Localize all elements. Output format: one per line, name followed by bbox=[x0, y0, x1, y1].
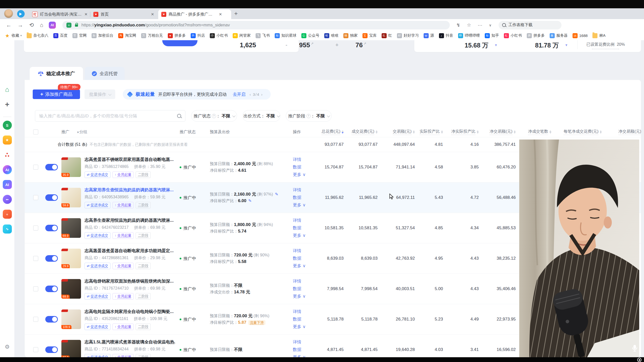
op-link-详情[interactable]: 详情 bbox=[293, 217, 318, 224]
tag-purple[interactable]: ↑全局起量 bbox=[112, 293, 134, 300]
op-link-更多[interactable]: 更多 ∨ bbox=[293, 232, 318, 239]
sort-triangle-icon[interactable]: ▼ bbox=[494, 43, 498, 47]
extension-shield-icon[interactable]: + bbox=[66, 23, 71, 28]
op-link-详情[interactable]: 详情 bbox=[293, 247, 318, 255]
op-link-更多[interactable]: 更多 ∨ bbox=[293, 293, 318, 300]
tag-gray[interactable]: 二阶段 bbox=[136, 232, 151, 239]
close-tab-icon[interactable]: ✕ bbox=[219, 12, 222, 17]
ai-assistant-icon[interactable]: AI bbox=[49, 22, 56, 29]
bookmark-item[interactable]: 知知识星球 bbox=[275, 33, 297, 38]
header-metric[interactable]: 总花费(元) bbox=[321, 129, 346, 135]
product-title[interactable]: 志高养生壶家用恒温泡奶温奶调奶器蒸汽喷淋... bbox=[85, 217, 174, 223]
tag-blue[interactable]: ⇄促进净成交 bbox=[85, 202, 110, 208]
browser-tab-2[interactable]: ♥ 首页 ✕ bbox=[90, 10, 158, 19]
tag-gray[interactable]: 二阶段 bbox=[136, 293, 151, 300]
promo-toggle[interactable] bbox=[45, 255, 58, 262]
row-checkbox[interactable] bbox=[33, 165, 38, 170]
group-filter[interactable]: ▼分组 bbox=[76, 130, 87, 134]
product-image[interactable]: 69.9 bbox=[61, 340, 81, 357]
wechat-icon[interactable]: S bbox=[3, 121, 12, 130]
home-icon[interactable]: ⌂ bbox=[3, 85, 12, 94]
bookmark-item[interactable]: 服服务器 bbox=[550, 33, 568, 38]
bookmark-item[interactable]: 红小红书 bbox=[504, 33, 522, 38]
op-link-详情[interactable]: 详情 bbox=[293, 338, 318, 346]
clip-icon[interactable]: ∿ bbox=[3, 224, 12, 234]
op-link-数据[interactable]: 数据 bbox=[293, 255, 318, 262]
tag-blue[interactable]: ⇄促进净成交 bbox=[85, 263, 110, 269]
filter-promo-stage[interactable]: 推广阶段?：不限 bbox=[286, 110, 332, 122]
row-checkbox[interactable] bbox=[33, 225, 38, 231]
browser-tab-active[interactable]: ♥ 商品推广 - 拼多多推广平台 ✕ bbox=[158, 10, 231, 19]
bookmark-item[interactable]: 知知乎 bbox=[485, 33, 499, 38]
bookmark-star-icon[interactable]: ☆ bbox=[467, 22, 471, 28]
promo-toggle[interactable] bbox=[45, 225, 58, 231]
bookmark-item[interactable]: ★收藏▾ bbox=[5, 33, 22, 38]
bookmark-item[interactable]: ♪抖音 bbox=[439, 33, 453, 38]
op-link-更多[interactable]: 更多 ∨ bbox=[293, 323, 318, 331]
op-link-数据[interactable]: 数据 bbox=[293, 346, 318, 353]
edit-roas-icon[interactable]: ✎ bbox=[248, 199, 252, 203]
bookmark-item[interactable]: 哔哔哩哔哩 bbox=[458, 33, 480, 38]
tag-blue[interactable]: ⇄促进净成交 bbox=[85, 171, 110, 178]
header-metric[interactable]: 净成交笔数 bbox=[528, 129, 553, 135]
op-link-更多[interactable]: 更多 ∨ bbox=[293, 201, 318, 209]
tab-stable-cost-promo[interactable]: 稳定成本推广 bbox=[30, 67, 83, 80]
bookmark-item[interactable]: 闲闲管家 bbox=[233, 33, 251, 38]
sort-arrows-icon[interactable] bbox=[600, 130, 602, 133]
bookmark-item[interactable]: 红红 bbox=[382, 33, 392, 38]
product-title[interactable]: 志高蒸蛋器煮蛋器自动断电家用多功能鸡蛋定... bbox=[85, 248, 174, 254]
sort-arrows-icon[interactable] bbox=[441, 130, 443, 133]
home-icon[interactable]: ⌂ bbox=[40, 22, 43, 28]
boost-action-link[interactable]: 去开启 bbox=[233, 92, 246, 97]
molecule-icon[interactable]: ∴ bbox=[3, 150, 12, 159]
product-title[interactable]: 志高电炖盅隔水炖家用全自动电炖锅小型陶瓷... bbox=[85, 309, 174, 314]
tag-gray[interactable]: 二阶段 bbox=[136, 171, 151, 178]
traffic-drop-badge[interactable]: 流量下滑 bbox=[248, 320, 265, 325]
row-checkbox[interactable] bbox=[33, 256, 38, 261]
tag-purple[interactable]: ↑全局起量 bbox=[112, 202, 134, 208]
sort-arrows-icon[interactable] bbox=[376, 130, 378, 133]
add-icon[interactable]: + bbox=[3, 100, 12, 109]
header-metric[interactable]: 净交易额(元) bbox=[490, 129, 518, 135]
tag-gray[interactable]: 二阶段 bbox=[136, 354, 151, 357]
sort-arrows-icon[interactable] bbox=[477, 130, 479, 133]
promo-search-input[interactable]: 输入推广名/商品名/商品ID，多个ID用空格/逗号分隔 bbox=[35, 110, 185, 122]
bookmark-item[interactable]: 加加密后台 bbox=[92, 33, 113, 38]
op-link-数据[interactable]: 数据 bbox=[293, 194, 318, 201]
forward-icon[interactable]: → bbox=[18, 22, 23, 28]
op-link-详情[interactable]: 详情 bbox=[293, 186, 318, 194]
op-link-详情[interactable]: 详情 bbox=[293, 278, 318, 285]
bookmark-item[interactable]: 林A bbox=[592, 33, 606, 38]
bookmark-item[interactable]: 淘淘宝网 bbox=[118, 33, 136, 38]
sort-arrows-icon[interactable] bbox=[342, 130, 344, 133]
ratio-slider[interactable] bbox=[592, 49, 619, 49]
bookmark-item[interactable]: 公公众号 bbox=[301, 33, 319, 38]
banner-pager[interactable]: ‹ 3/4 › bbox=[250, 92, 263, 97]
bookmark-item[interactable]: 杂七杂八 bbox=[27, 33, 49, 38]
address-bar[interactable]: + https://yingxiao.pinduoduo.com/goods/p… bbox=[62, 21, 450, 29]
promo-toggle[interactable] bbox=[45, 316, 58, 323]
browser-tab-1[interactable]: 叮 叮当会电商培训-淘宝天猫拼多 ✕ bbox=[29, 10, 90, 19]
bookmark-item[interactable]: 百百度 bbox=[53, 33, 68, 38]
batch-actions-button[interactable]: 批量操作 bbox=[85, 89, 115, 99]
bookmark-item[interactable]: 官官网 bbox=[72, 33, 87, 38]
op-link-数据[interactable]: 数据 bbox=[293, 224, 318, 232]
tag-gray[interactable]: 二阶段 bbox=[136, 324, 151, 330]
bookmark-item[interactable]: 飞飞书 bbox=[256, 33, 270, 38]
product-title[interactable]: 志高家用养生壶恒温泡奶温奶调奶器蒸汽喷淋... ✎ bbox=[85, 187, 175, 193]
bookmark-item[interactable]: 哈啥啥 bbox=[324, 33, 339, 38]
tag-purple[interactable]: ↑全局起量 bbox=[112, 171, 134, 178]
sort-triangle-icon[interactable]: ▼ bbox=[565, 43, 568, 47]
search-icon[interactable] bbox=[177, 114, 181, 118]
bookmark-item[interactable]: ♥拼多多 bbox=[168, 33, 186, 38]
bookmark-item[interactable]: 宝宝库 bbox=[363, 33, 377, 38]
header-metric[interactable]: 净交易额(元) bbox=[618, 129, 641, 135]
op-link-数据[interactable]: 数据 bbox=[293, 285, 318, 293]
record-target-icon[interactable] bbox=[637, 358, 641, 362]
op-link-数据[interactable]: 数据 bbox=[293, 315, 318, 323]
new-tab-button[interactable]: + bbox=[234, 10, 238, 17]
settings-gear-icon[interactable]: ⚙ bbox=[5, 344, 10, 350]
op-link-详情[interactable]: 详情 bbox=[293, 156, 318, 163]
bookmark-item[interactable]: 拼拼多多 bbox=[527, 33, 545, 38]
product-title[interactable]: 志高电饼铛家用双面加热烙饼锅煎饼烤肉加深... bbox=[85, 278, 174, 284]
